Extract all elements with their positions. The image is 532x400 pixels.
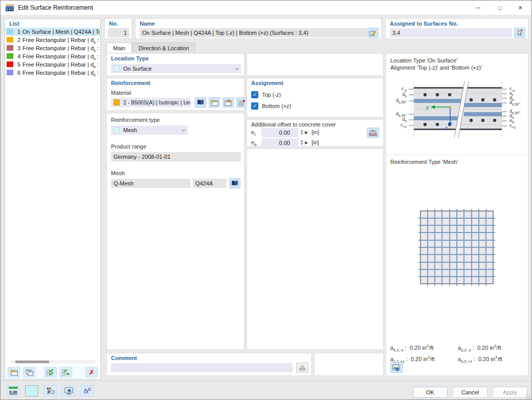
item-number: 1 [14,28,20,36]
scrollbar-thumb[interactable] [15,361,49,363]
assigned-surfaces-input[interactable]: 3,4 [390,28,512,37]
close-button[interactable]: × [510,1,530,15]
dimension-label: ds,90° [388,98,407,105]
number-panel: No. 1 [104,18,132,39]
eb-flyout-icon[interactable]: ▶ [305,140,308,145]
copy-item-button[interactable] [23,367,35,377]
eb-spinner[interactable]: ▲▼ [300,139,303,145]
material-select[interactable]: 2 - B500S(A) | Isotropic | Linear ... [111,98,190,107]
reinforcement-type-swatch [114,127,120,133]
minimize-button[interactable]: – [468,1,489,15]
pick-surfaces-button[interactable] [514,28,525,38]
list-item[interactable]: 1On Surface | Mesh | Q424A | Top (-z) | … [6,28,100,36]
area-value: 0.20 in2/ft [411,356,435,362]
item-label: Free Rectangular | Rebar | ds : 0.39 in … [23,69,100,77]
top-z-label: Top (-z) [262,92,281,98]
comment-panel: Comment [106,353,312,376]
reinforcement-type-select[interactable]: Mesh [111,125,188,135]
reinforcement-areas: as,1,-z : 0.20 in2/ft as,2,-z : 0.20 in2… [390,344,525,366]
item-label: Free Rectangular | Rebar | ds : 0.39 in … [23,44,100,52]
resize-grip[interactable] [525,394,530,399]
new-item-button[interactable] [8,367,20,377]
assignment-header: Assignment [251,80,283,86]
edit-material-button[interactable] [223,97,234,108]
concrete-cover-button[interactable] [367,128,379,138]
list-panel: List 1On Surface | Mesh | Q424A | Top (-… [5,18,101,380]
tab-main[interactable]: Main [106,43,132,53]
titlebar: Edit Surface Reinforcement – □ × [1,1,531,15]
delete-item-button[interactable]: ✗ [85,367,98,377]
list-item[interactable]: 5Free Rectangular | Rebar | ds : 0.39 in… [6,60,100,69]
tab-direction-location[interactable]: Direction & Location [132,43,195,53]
color-swatch-button[interactable] [25,385,38,396]
assigned-panel: Assigned to Surfaces No. 3,4 [385,18,528,39]
comment-input[interactable] [111,363,293,372]
number-label: No. [109,20,118,27]
reinforcement-material-panel: Reinforcement Material 2 - B500S(A) | Is… [106,78,245,111]
preview-graphic-button[interactable] [390,362,403,373]
mesh-label: Mesh [111,170,125,176]
et-unit: [in] [312,129,319,135]
ok-button[interactable]: OK [413,387,448,398]
material-label: Material [111,90,131,96]
dimension-label: ds,90° [509,100,520,107]
empty-panel-bottom [314,353,384,376]
et-flyout-icon[interactable]: ▶ [305,130,308,135]
item-color-swatch [7,45,13,51]
comment-stamp-button[interactable] [296,363,308,373]
reinforcement-header: Reinforcement [111,80,150,86]
list-item[interactable]: 3Free Rectangular | Rebar | ds : 0.39 in… [6,44,100,52]
list-item[interactable]: 6Free Rectangular | Rebar | ds : 0.39 in… [6,69,100,77]
item-label: Free Rectangular | Rebar | ds : 0.39 in … [23,60,100,69]
item-label: Free Rectangular | Rebar | ds : 0.39 in … [23,52,100,60]
list-item[interactable]: 2Free Rectangular | Rebar | ds : 0.39 in… [6,36,100,44]
material-swatch [114,99,120,106]
mesh-library-button[interactable] [229,178,240,188]
item-label: Free Rectangular | Rebar | ds : 0.39 in … [23,36,100,44]
mesh-name-field: Q424A [193,179,227,188]
location-type-panel: Location Type On Surface [106,53,245,76]
maximize-button[interactable]: □ [490,1,510,15]
units-settings-button[interactable]: 0.00 [7,385,20,396]
number-field: 1 [108,28,129,37]
dimension-label: c+z [388,122,407,130]
item-color-swatch [7,61,13,67]
invert-selection-button[interactable] [60,367,72,377]
cancel-button[interactable]: Cancel [453,387,487,398]
et-spinner[interactable]: ▲▼ [300,129,303,135]
display-options-button[interactable] [43,385,57,396]
assigned-label: Assigned to Surfaces No. [390,20,458,27]
list-item[interactable]: 4Free Rectangular | Rebar | ds : 0.39 in… [6,52,100,60]
chevron-down-icon [182,129,185,132]
apply-button[interactable]: Apply [493,387,527,398]
new-material-button[interactable] [209,97,220,108]
select-all-button[interactable] [45,367,57,377]
chevron-down-icon [184,101,188,104]
list-horizontal-scrollbar[interactable] [10,360,95,364]
axis-z-label: z [444,125,448,131]
bottom-bar: 0.00 fx OK Cancel Apply [1,381,531,400]
item-number: 3 [14,44,20,52]
material-library-button[interactable] [195,97,206,108]
et-input[interactable]: 0.00 [261,128,298,137]
area-label: as,1,-z [390,345,404,351]
cross-section-diagram: y z c-zdsds,90°ds,90°dsc+zc-zetdsds,90°d… [388,80,526,140]
edit-name-button[interactable] [367,28,379,38]
top-z-checkbox[interactable] [251,91,258,98]
area-label: as,2,+z [458,356,472,362]
eb-input[interactable]: 0.00 [261,138,298,148]
location-type-select[interactable]: On Surface [111,64,241,73]
mesh-grid-graphic [418,209,495,288]
list-header: List [9,20,19,27]
bottom-z-checkbox[interactable] [251,102,258,110]
delete-material-button[interactable] [236,97,248,108]
name-panel: Name On Surface | Mesh | Q424A | Top (-z… [135,18,382,39]
offset-panel: Additional offset to concrete cover et 0… [247,119,384,146]
offset-header: Additional offset to concrete cover [251,121,336,128]
reinforcement-type-label: Reinforcement type [111,117,160,123]
area-label: as,1,+z [390,356,405,362]
function-button[interactable]: fx [80,385,94,396]
area-value: 0.20 in2/ft [478,356,502,362]
rendering-button[interactable] [62,385,75,396]
mesh-type-field: Q-Mesh [111,179,190,188]
